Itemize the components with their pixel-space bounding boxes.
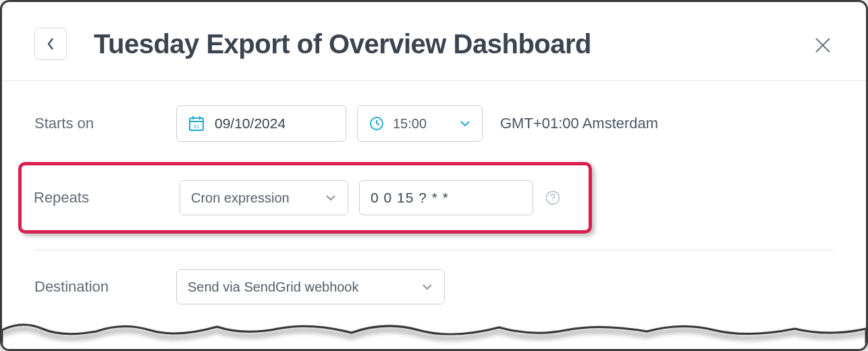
starts-on-label: Starts on bbox=[34, 115, 176, 132]
start-time-value: 15:00 bbox=[393, 116, 451, 132]
start-date-input[interactable] bbox=[215, 115, 335, 132]
start-time-field[interactable]: 15:00 bbox=[357, 105, 483, 142]
close-button[interactable] bbox=[809, 32, 836, 59]
cron-expression-field[interactable] bbox=[359, 180, 533, 215]
svg-point-11 bbox=[552, 200, 553, 202]
starts-on-row: Starts on 31 bbox=[34, 105, 834, 142]
repeats-controls: Cron expression bbox=[180, 180, 562, 215]
svg-text:31: 31 bbox=[194, 124, 200, 130]
destination-controls: Send via SendGrid webhook bbox=[176, 269, 445, 304]
starts-on-controls: 31 15:00 bbox=[176, 105, 658, 142]
dialog-frame: Tuesday Export of Overview Dashboard Sta… bbox=[0, 0, 868, 351]
repeats-type-select[interactable]: Cron expression bbox=[180, 180, 348, 215]
section-divider bbox=[34, 250, 834, 250]
chevron-down-icon bbox=[421, 283, 433, 291]
destination-value: Send via SendGrid webhook bbox=[188, 279, 409, 295]
clock-icon bbox=[369, 115, 385, 132]
dialog-header: Tuesday Export of Overview Dashboard bbox=[2, 2, 866, 81]
destination-label: Destination bbox=[34, 278, 176, 296]
repeats-label: Repeats bbox=[34, 189, 180, 207]
chevron-down-icon bbox=[459, 119, 471, 128]
chevron-left-icon bbox=[46, 36, 55, 51]
page-title: Tuesday Export of Overview Dashboard bbox=[94, 29, 591, 59]
form-body: Starts on 31 bbox=[2, 81, 866, 304]
start-date-field[interactable]: 31 bbox=[176, 105, 346, 142]
repeats-row-highlight: Repeats Cron expression bbox=[18, 162, 592, 234]
chevron-down-icon bbox=[325, 194, 337, 202]
help-icon bbox=[545, 190, 560, 205]
back-button[interactable] bbox=[34, 28, 67, 60]
repeats-type-value: Cron expression bbox=[191, 190, 313, 206]
destination-row: Destination Send via SendGrid webhook bbox=[34, 269, 834, 304]
cron-help-button[interactable] bbox=[544, 189, 562, 207]
destination-select[interactable]: Send via SendGrid webhook bbox=[176, 269, 445, 304]
calendar-icon: 31 bbox=[188, 115, 205, 132]
svg-line-9 bbox=[377, 124, 379, 125]
close-icon bbox=[813, 36, 832, 55]
cron-expression-input[interactable] bbox=[371, 181, 522, 215]
timezone-text: GMT+01:00 Amsterdam bbox=[500, 115, 658, 132]
torn-edge-decoration bbox=[2, 317, 866, 350]
